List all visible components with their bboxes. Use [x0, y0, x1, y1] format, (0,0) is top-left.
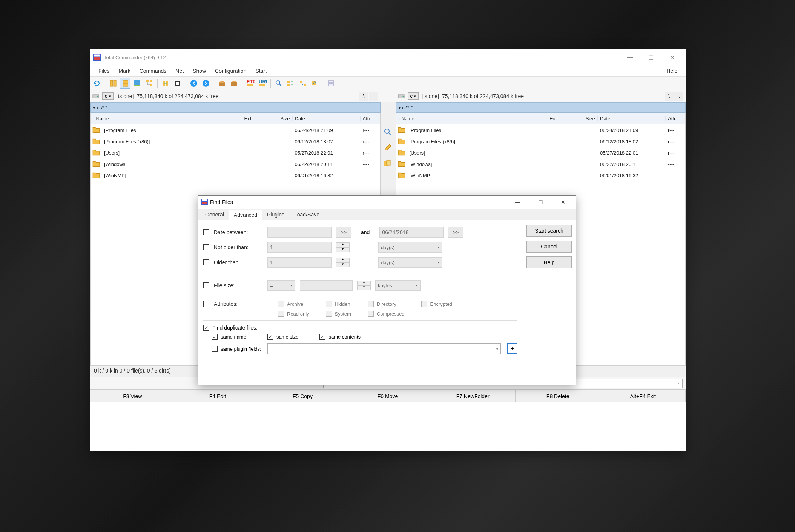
fkey-view[interactable]: F3 View [90, 390, 175, 402]
not-older-spinner[interactable]: ▲▼ [336, 242, 350, 252]
file-row[interactable]: [Users]05/27/2018 22:01r--- [91, 147, 380, 158]
plugin-add-button[interactable]: + [507, 343, 517, 354]
file-row[interactable]: [Windows]06/22/2018 20:11---- [91, 158, 380, 170]
notepad-icon[interactable] [326, 78, 336, 89]
date-from-picker[interactable]: >> [336, 227, 351, 238]
menu-start[interactable]: Start [251, 66, 271, 75]
drive-select-left[interactable]: c▾ [102, 92, 114, 100]
copy-names-icon[interactable]: A [310, 78, 320, 89]
attr-readonly-check[interactable] [278, 311, 284, 317]
filesize-op[interactable]: =▾ [267, 280, 295, 291]
maximize-button[interactable]: ☐ [640, 49, 661, 65]
menu-net[interactable]: Net [171, 66, 188, 75]
file-row[interactable]: [Program Files (x86)]06/12/2018 18:02r--… [91, 136, 380, 147]
attr-hidden-check[interactable] [326, 301, 332, 307]
file-row[interactable]: [Program Files (x86)]06/12/2018 18:02r--… [396, 136, 686, 147]
view-thumbs-icon[interactable] [132, 78, 143, 89]
tab-loadsave[interactable]: Load/Save [289, 209, 324, 220]
menu-files[interactable]: Files [94, 66, 114, 75]
tab-plugins[interactable]: Plugins [262, 209, 289, 220]
filesize-unit[interactable]: kbytes▾ [375, 280, 421, 291]
same-name-check[interactable] [212, 334, 218, 340]
older-check[interactable] [203, 259, 209, 265]
mid-search-icon[interactable] [384, 128, 393, 137]
older-value[interactable]: 1 [267, 257, 332, 268]
menu-mark[interactable]: Mark [114, 66, 135, 75]
sync-icon[interactable] [298, 78, 308, 89]
view-full-icon[interactable] [120, 78, 130, 89]
date-to-picker[interactable]: >> [448, 227, 463, 238]
date-to-input[interactable]: 06/24/2018 [379, 227, 444, 238]
search-icon[interactable] [273, 78, 284, 89]
file-row[interactable]: [Program Files]06/24/2018 21:09r--- [91, 124, 380, 136]
mid-copy-icon[interactable] [384, 159, 393, 169]
older-spinner[interactable]: ▲▼ [336, 258, 350, 267]
left-header[interactable]: ↑Name Ext Size Date Attr [91, 113, 380, 124]
help-button[interactable]: Help [526, 256, 572, 268]
tree-icon[interactable] [144, 78, 155, 89]
dialog-minimize[interactable]: — [512, 196, 523, 208]
not-older-unit[interactable]: day(s)▾ [378, 242, 442, 253]
tab-advanced[interactable]: Advanced [229, 210, 262, 220]
file-row[interactable]: [WinNMP]06/01/2018 16:32---- [91, 170, 380, 181]
date-between-check[interactable] [203, 229, 209, 235]
drive-select-right[interactable]: c▾ [408, 92, 419, 100]
dialog-close[interactable]: ✕ [557, 196, 569, 208]
back-icon[interactable] [189, 78, 199, 89]
reload-icon[interactable] [92, 78, 102, 89]
file-row[interactable]: [Windows]06/22/2018 20:11---- [396, 158, 686, 170]
dialog-maximize[interactable]: ☐ [535, 196, 546, 208]
menu-commands[interactable]: Commands [135, 66, 171, 75]
date-from-input[interactable] [267, 227, 332, 238]
attr-archive-check[interactable] [278, 301, 284, 307]
ftp-icon[interactable]: FTP [245, 78, 256, 89]
attr-system-check[interactable] [326, 311, 332, 317]
menu-show[interactable]: Show [188, 66, 210, 75]
attr-encrypted-check[interactable] [421, 301, 427, 307]
cancel-button[interactable]: Cancel [526, 241, 572, 253]
start-search-button[interactable]: Start search [526, 225, 572, 237]
same-plugin-check[interactable] [212, 346, 218, 352]
not-older-check[interactable] [203, 244, 209, 250]
attributes-check[interactable] [203, 301, 209, 307]
file-row[interactable]: [Users]05/27/2018 22:01r--- [396, 147, 686, 158]
plugin-fields-select[interactable]: ▾ [267, 343, 501, 354]
duplicates-check[interactable] [203, 325, 209, 331]
same-size-check[interactable] [267, 334, 273, 340]
minimize-button[interactable]: — [619, 49, 640, 65]
not-older-value[interactable]: 1 [267, 242, 332, 253]
menu-help[interactable]: Help [662, 66, 682, 75]
fkey-edit[interactable]: F4 Edit [175, 390, 261, 402]
fkey-newfolder[interactable]: F7 NewFolder [430, 390, 516, 402]
view-brief-icon[interactable] [108, 78, 118, 89]
right-header[interactable]: ↑Name Ext Size Date Attr [396, 113, 686, 124]
url-icon[interactable]: URL [257, 78, 268, 89]
file-row[interactable]: [Program Files]06/24/2018 21:09r--- [396, 124, 686, 136]
filesize-check[interactable] [203, 282, 209, 288]
older-unit[interactable]: day(s)▾ [378, 257, 442, 268]
invert-icon[interactable] [172, 78, 183, 89]
up-button-left[interactable]: .. [369, 92, 378, 101]
same-contents-check[interactable] [319, 334, 325, 340]
file-row[interactable]: [WinNMP]06/01/2018 16:32---- [396, 170, 686, 181]
fkey-delete[interactable]: F8 Delete [516, 390, 601, 402]
right-path[interactable]: ▾c:\*.* [396, 102, 686, 113]
close-button[interactable]: ✕ [661, 49, 683, 65]
up-button-right[interactable]: .. [674, 92, 683, 101]
pack-icon[interactable] [217, 78, 227, 89]
root-button-right[interactable]: \ [665, 92, 674, 101]
fkey-copy[interactable]: F5 Copy [260, 390, 345, 402]
filesize-spinner[interactable]: ▲▼ [357, 281, 371, 290]
mid-edit-icon[interactable] [384, 144, 393, 153]
left-path[interactable]: ▾c:\*.* [90, 102, 381, 113]
filesize-value[interactable]: 1 [300, 280, 353, 291]
attr-directory-check[interactable] [368, 301, 374, 307]
unpack-icon[interactable] [229, 78, 239, 89]
multirename-icon[interactable] [285, 78, 296, 89]
fkey-move[interactable]: F6 Move [345, 390, 431, 402]
tab-general[interactable]: General [200, 209, 229, 220]
fkey-exit[interactable]: Alt+F4 Exit [600, 390, 686, 402]
forward-icon[interactable] [201, 78, 211, 89]
swap-icon[interactable] [160, 78, 171, 89]
attr-compressed-check[interactable] [368, 311, 374, 317]
